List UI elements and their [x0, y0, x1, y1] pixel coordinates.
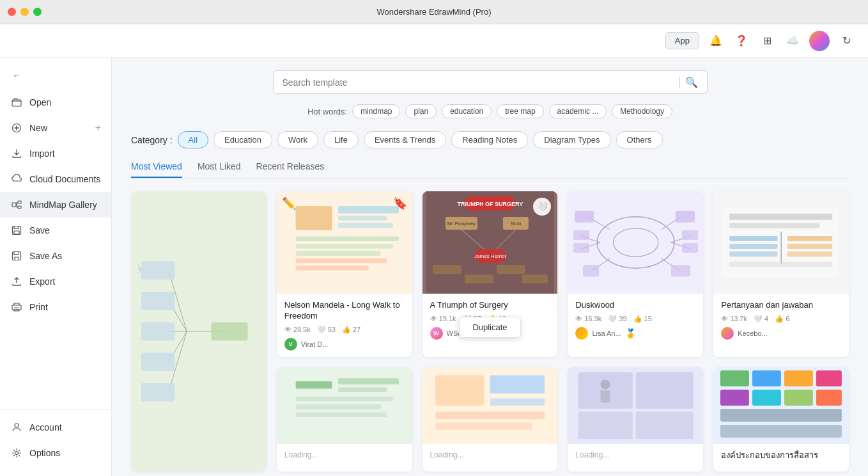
- sidebar-item-import[interactable]: Import: [0, 141, 111, 166]
- card-nelson-mandela[interactable]: ✏️ 🔖 Nelson Mandela - Long Walk to Freed…: [277, 191, 412, 357]
- sidebar-options-label: Options: [29, 448, 60, 458]
- search-input[interactable]: [283, 77, 674, 88]
- svg-rect-105: [816, 390, 842, 406]
- sidebar-item-cloud[interactable]: Cloud Documents: [0, 166, 111, 192]
- svg-rect-95: [635, 411, 693, 439]
- svg-rect-47: [432, 265, 461, 274]
- svg-rect-83: [338, 387, 387, 392]
- svg-rect-88: [490, 375, 545, 393]
- svg-rect-85: [296, 404, 381, 409]
- svg-rect-107: [720, 425, 842, 438]
- app-button[interactable]: App: [665, 32, 699, 49]
- views-icon: 👁: [284, 326, 291, 333]
- sidebar-save-label: Save: [29, 225, 50, 235]
- share-icon: 👍: [342, 326, 351, 334]
- hotword-treemap[interactable]: tree map: [497, 104, 543, 118]
- svg-point-9: [15, 424, 19, 427]
- sidebar-import-label: Import: [29, 148, 55, 159]
- help-icon[interactable]: ❓: [732, 32, 750, 50]
- card-triumph-surgery[interactable]: TRIUMPH OF SURGERY Mr. Pumphrey Tricki J…: [422, 191, 558, 357]
- svg-rect-97: [600, 390, 610, 402]
- author-avatar: W: [430, 327, 443, 340]
- card-large-mindmap[interactable]: [131, 191, 267, 472]
- hotword-education[interactable]: education: [442, 104, 492, 118]
- sidebar-item-mindmap[interactable]: MindMap Gallery: [0, 192, 111, 218]
- svg-text:Mr. Pumphrey: Mr. Pumphrey: [447, 221, 476, 226]
- category-all[interactable]: All: [178, 131, 208, 148]
- print-icon: [10, 301, 23, 313]
- sidebar-mindmap-label: MindMap Gallery: [29, 200, 97, 210]
- hotword-plan[interactable]: plan: [405, 104, 437, 118]
- category-education[interactable]: Education: [213, 131, 272, 148]
- traffic-lights: [8, 8, 42, 16]
- card-row2-duskwood[interactable]: Loading...: [568, 367, 703, 472]
- svg-rect-86: [296, 412, 387, 417]
- cloud-icon[interactable]: ☁️: [784, 32, 802, 50]
- svg-rect-76: [787, 236, 832, 241]
- card-nelson-author: V Virat D...: [284, 338, 405, 351]
- svg-rect-75: [730, 251, 778, 257]
- card-row2-surgery[interactable]: Loading...: [422, 367, 558, 472]
- svg-point-96: [600, 379, 610, 389]
- duplicate-overlay[interactable]: Duplicate: [459, 317, 520, 338]
- card-pertanyaan[interactable]: Pertanyaan dan jawaban 👁 13.7k 🤍 4 👍: [713, 191, 849, 357]
- svg-rect-19: [141, 292, 174, 310]
- svg-rect-31: [296, 237, 399, 242]
- svg-rect-102: [720, 390, 749, 406]
- category-life[interactable]: Life: [323, 131, 359, 148]
- svg-rect-99: [752, 370, 781, 386]
- svg-rect-35: [296, 266, 369, 271]
- sidebar-item-print[interactable]: Print: [0, 294, 111, 320]
- svg-rect-34: [296, 258, 387, 264]
- category-reading[interactable]: Reading Notes: [451, 131, 528, 148]
- hotword-methodology[interactable]: Methodology: [612, 104, 672, 118]
- category-work[interactable]: Work: [277, 131, 318, 148]
- sort-tabs: Most Viewed Most Liked Recent Releases: [131, 161, 849, 178]
- card-pertanyaan-author: Kecebo...: [721, 327, 841, 340]
- fullscreen-button[interactable]: [33, 8, 42, 16]
- card-siot[interactable]: องค์ประกอบของการสื่อสาร: [713, 367, 849, 472]
- category-others[interactable]: Others: [616, 131, 663, 148]
- grid-icon[interactable]: ⊞: [758, 32, 776, 50]
- card-row2-nelson[interactable]: Loading...: [277, 367, 412, 472]
- views-stat: 👁 28.5k: [284, 326, 311, 333]
- svg-rect-77: [787, 244, 832, 249]
- svg-rect-78: [787, 251, 832, 257]
- close-button[interactable]: [8, 8, 16, 16]
- category-events[interactable]: Events & Trends: [364, 131, 446, 148]
- svg-rect-2: [12, 203, 16, 207]
- tab-recent[interactable]: Recent Releases: [256, 161, 325, 178]
- hotword-mindmap[interactable]: mindmap: [352, 104, 400, 118]
- user-avatar[interactable]: [809, 31, 830, 51]
- sidebar-item-saveas[interactable]: Save As: [0, 243, 111, 269]
- new-icon: [10, 122, 23, 134]
- card-nelson-stats: 👁 28.5k 🤍 53 👍 27: [284, 326, 405, 334]
- sidebar-item-new[interactable]: New +: [0, 115, 111, 141]
- category-diagram[interactable]: Diagram Types: [533, 131, 610, 148]
- svg-rect-20: [141, 322, 174, 341]
- notification-icon[interactable]: 🔔: [707, 32, 725, 50]
- minimize-button[interactable]: [20, 8, 29, 16]
- sidebar-item-options[interactable]: Options: [0, 440, 111, 466]
- svg-rect-100: [784, 370, 813, 386]
- card-duskwood-info: Duskwood 👁 16.9k 🤍 39 👍 15: [568, 294, 703, 346]
- sidebar-item-export[interactable]: Export: [0, 269, 111, 294]
- sidebar-item-account[interactable]: Account: [0, 415, 111, 440]
- heart-icon: 🤍: [317, 326, 326, 334]
- search-button[interactable]: 🔍: [685, 76, 698, 88]
- tab-most-viewed[interactable]: Most Viewed: [131, 161, 182, 178]
- sidebar-item-open[interactable]: Open: [0, 90, 111, 115]
- card-siot-info: องค์ประกอบของการสื่อสาร: [713, 444, 849, 472]
- open-icon: [10, 96, 23, 109]
- card-duskwood[interactable]: Duskwood 👁 16.9k 🤍 39 👍 15: [568, 191, 703, 357]
- svg-line-23: [138, 252, 141, 271]
- svg-rect-30: [338, 223, 393, 228]
- hotword-academic[interactable]: academic ...: [549, 104, 607, 118]
- header-toolbar: App 🔔 ❓ ⊞ ☁️ ↻: [0, 24, 868, 58]
- import-icon: [10, 147, 23, 160]
- refresh-icon[interactable]: ↻: [837, 32, 855, 50]
- svg-rect-98: [720, 370, 749, 386]
- sidebar-back[interactable]: ←: [0, 63, 111, 90]
- sidebar-item-save[interactable]: Save: [0, 218, 111, 243]
- tab-most-liked[interactable]: Most Liked: [198, 161, 241, 178]
